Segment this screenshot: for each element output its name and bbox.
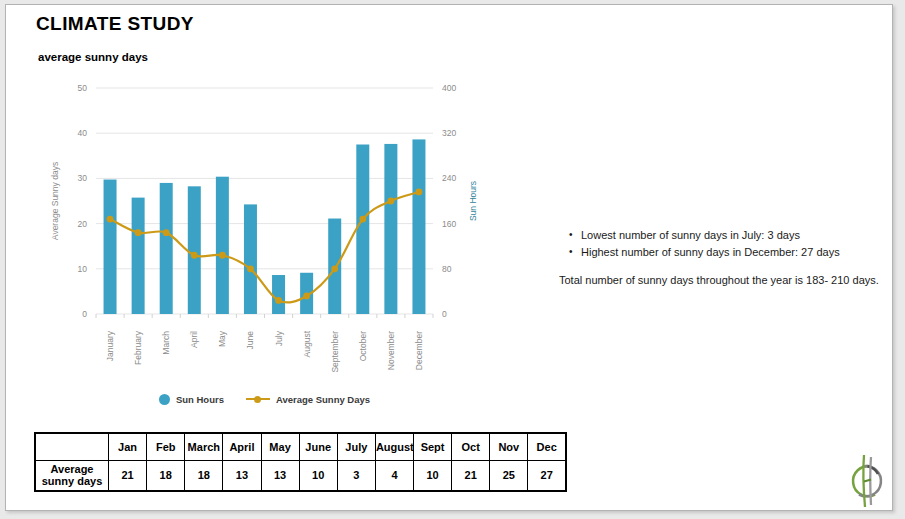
table-cell: 21: [452, 460, 490, 491]
col-header: May: [261, 433, 299, 460]
svg-text:Average Sunny days: Average Sunny days: [50, 162, 60, 240]
col-header: Sept: [414, 433, 452, 460]
legend-item-sun-hours: Sun Hours: [159, 394, 224, 405]
table-cell: 3: [337, 460, 375, 491]
table-cell: 13: [261, 460, 299, 491]
legend-label: Average Sunny Days: [276, 394, 370, 405]
svg-text:400: 400: [442, 83, 456, 93]
plant-circle-logo-icon: [845, 454, 889, 508]
col-header: Dec: [528, 433, 566, 460]
col-header: April: [223, 433, 261, 460]
svg-text:320: 320: [442, 128, 456, 138]
average-sunny-days-swatch-icon: [246, 395, 270, 404]
sun-hours-swatch-icon: [159, 394, 170, 405]
table-cell: 10: [299, 460, 337, 491]
svg-text:September: September: [330, 331, 340, 373]
svg-text:0: 0: [442, 309, 447, 319]
svg-text:10: 10: [78, 264, 88, 274]
combo-chart: 01020304050080160240320400JanuaryFebruar…: [41, 81, 491, 393]
svg-text:July: July: [274, 330, 284, 346]
svg-text:January: January: [105, 330, 115, 361]
table-cell: 27: [528, 460, 566, 491]
data-table-area: Jan Feb March April May June July August…: [34, 432, 567, 492]
svg-text:50: 50: [78, 83, 88, 93]
table-cell: 13: [223, 460, 261, 491]
svg-text:May: May: [217, 330, 227, 347]
svg-text:November: November: [386, 331, 396, 370]
table-cell: 4: [375, 460, 413, 491]
notes-block: •Lowest number of sunny days in July: 3 …: [559, 227, 904, 288]
corner-cell: [35, 433, 109, 460]
col-header: March: [185, 433, 223, 460]
svg-text:20: 20: [78, 219, 88, 229]
svg-text:0: 0: [82, 309, 87, 319]
svg-text:160: 160: [442, 219, 456, 229]
page-title: CLIMATE STUDY: [36, 13, 194, 35]
svg-text:April: April: [189, 331, 199, 348]
table-row: Average sunny days 21 18 18 13 13 10 3 4…: [35, 460, 566, 491]
svg-text:December: December: [414, 331, 424, 370]
svg-text:80: 80: [442, 264, 452, 274]
svg-text:August: August: [302, 330, 312, 357]
monthly-data-table: Jan Feb March April May June July August…: [34, 432, 567, 492]
svg-text:30: 30: [78, 173, 88, 183]
chart-title: average sunny days: [38, 51, 148, 63]
col-header: Feb: [147, 433, 185, 460]
bullet-lowest-days: •Lowest number of sunny days in July: 3 …: [559, 227, 904, 244]
table-cell: 10: [414, 460, 452, 491]
chart-legend: Sun Hours Average Sunny Days: [96, 391, 433, 407]
table-cell: 18: [185, 460, 223, 491]
table-cell: 21: [109, 460, 147, 491]
col-header: August: [375, 433, 413, 460]
combo-chart-area: 01020304050080160240320400JanuaryFebruar…: [41, 81, 491, 393]
svg-text:March: March: [161, 331, 171, 355]
bullet-icon: •: [569, 244, 573, 261]
col-header: Oct: [452, 433, 490, 460]
svg-text:Sun Hours: Sun Hours: [468, 181, 478, 221]
col-header: Nov: [490, 433, 528, 460]
col-header: Jan: [109, 433, 147, 460]
svg-text:240: 240: [442, 173, 456, 183]
legend-item-average-sunny-days: Average Sunny Days: [246, 394, 370, 405]
svg-text:February: February: [133, 330, 143, 365]
table-cell: 18: [147, 460, 185, 491]
col-header: July: [337, 433, 375, 460]
svg-text:June: June: [245, 331, 255, 350]
svg-text:40: 40: [78, 128, 88, 138]
bullet-highest-days: •Highest number of sunny days in Decembe…: [559, 244, 904, 261]
table-cell: 25: [490, 460, 528, 491]
total-summary-text: Total number of sunny days throughout th…: [559, 273, 904, 288]
svg-text:October: October: [358, 331, 368, 361]
slide-page: CLIMATE STUDY average sunny days 0102030…: [5, 4, 893, 511]
bullet-icon: •: [569, 227, 573, 244]
row-label: Average sunny days: [35, 460, 109, 491]
table-header-row: Jan Feb March April May June July August…: [35, 433, 566, 460]
legend-label: Sun Hours: [176, 394, 224, 405]
notes-bullet-list: •Lowest number of sunny days in July: 3 …: [559, 227, 904, 260]
col-header: June: [299, 433, 337, 460]
